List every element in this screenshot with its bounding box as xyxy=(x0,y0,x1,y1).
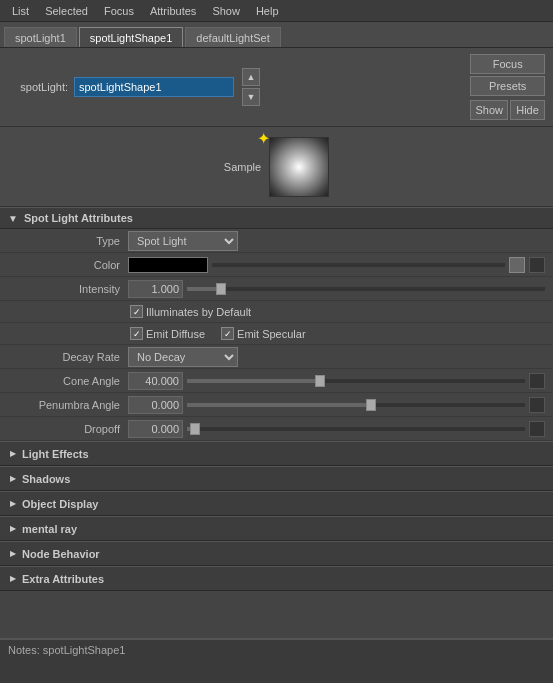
section-arrow-icon: ▼ xyxy=(8,213,18,224)
shadows-arrow-icon: ▶ xyxy=(10,474,16,483)
type-label: Type xyxy=(8,235,128,247)
dropoff-label: Dropoff xyxy=(8,423,128,435)
menu-bar: List Selected Focus Attributes Show Help xyxy=(0,0,553,22)
color-slider-track[interactable] xyxy=(212,263,505,267)
type-dropdown[interactable]: Spot Light xyxy=(128,231,238,251)
color-swatch[interactable] xyxy=(128,257,208,273)
hide-button[interactable]: Hide xyxy=(510,100,545,120)
menu-attributes[interactable]: Attributes xyxy=(142,3,204,19)
color-label: Color xyxy=(8,259,128,271)
emit-diffuse-item[interactable]: Emit Diffuse xyxy=(130,327,205,340)
color-row: Color xyxy=(0,253,553,277)
penumbra-icon[interactable] xyxy=(529,397,545,413)
dropoff-value xyxy=(128,420,545,438)
shadows-header[interactable]: ▶ Shadows xyxy=(0,467,553,491)
spotlight-attributes-header[interactable]: ▼ Spot Light Attributes xyxy=(0,207,553,229)
decay-dropdown[interactable]: No Decay xyxy=(128,347,238,367)
sample-area: Sample ✦ xyxy=(0,127,553,207)
dropoff-track[interactable] xyxy=(187,427,525,431)
extra-attributes-arrow-icon: ▶ xyxy=(10,574,16,583)
cone-angle-label: Cone Angle xyxy=(8,375,128,387)
emit-row: Emit Diffuse Emit Specular xyxy=(0,323,553,345)
color-icon-1[interactable] xyxy=(509,257,525,273)
object-display-label: Object Display xyxy=(22,498,98,510)
cone-angle-track[interactable] xyxy=(187,379,525,383)
spotlight-attributes-title: Spot Light Attributes xyxy=(24,212,133,224)
dropoff-input[interactable] xyxy=(128,420,183,438)
spotlight-input[interactable] xyxy=(74,77,234,97)
sample-star-icon: ✦ xyxy=(257,129,270,148)
intensity-input[interactable] xyxy=(128,280,183,298)
show-button[interactable]: Show xyxy=(470,100,508,120)
extra-attributes-section: ▶ Extra Attributes xyxy=(0,566,553,591)
presets-button[interactable]: Presets xyxy=(470,76,545,96)
penumbra-input[interactable] xyxy=(128,396,183,414)
header-area: spotLight: ▲ ▼ Focus Presets Show Hide xyxy=(0,48,553,127)
menu-list[interactable]: List xyxy=(4,3,37,19)
intensity-row: Intensity xyxy=(0,277,553,301)
arrow-buttons: ▲ ▼ xyxy=(242,68,260,106)
mental-ray-label: mental ray xyxy=(22,523,77,535)
scroll-area[interactable]: ▼ Spot Light Attributes Type Spot Light … xyxy=(0,207,553,638)
mental-ray-header[interactable]: ▶ mental ray xyxy=(0,517,553,541)
node-behavior-arrow-icon: ▶ xyxy=(10,549,16,558)
cone-angle-input[interactable] xyxy=(128,372,183,390)
illuminates-checkbox[interactable] xyxy=(130,305,143,318)
shadows-section: ▶ Shadows xyxy=(0,466,553,491)
penumbra-thumb[interactable] xyxy=(366,399,376,411)
focus-button[interactable]: Focus xyxy=(470,54,545,74)
color-value xyxy=(128,257,545,273)
intensity-thumb[interactable] xyxy=(216,283,226,295)
color-icon-2[interactable] xyxy=(529,257,545,273)
node-behavior-label: Node Behavior xyxy=(22,548,100,560)
notes-text: Notes: spotLightShape1 xyxy=(8,644,125,656)
shadows-label: Shadows xyxy=(22,473,70,485)
menu-show[interactable]: Show xyxy=(204,3,248,19)
emit-specular-checkbox[interactable] xyxy=(221,327,234,340)
decay-row: Decay Rate No Decay xyxy=(0,345,553,369)
decay-label: Decay Rate xyxy=(8,351,128,363)
illuminates-checkbox-item[interactable]: Illuminates by Default xyxy=(130,305,251,318)
action-buttons: Focus Presets Show Hide xyxy=(470,54,545,120)
object-display-arrow-icon: ▶ xyxy=(10,499,16,508)
intensity-slider xyxy=(128,280,545,298)
decay-value: No Decay xyxy=(128,347,545,367)
type-value: Spot Light xyxy=(128,231,545,251)
penumbra-value xyxy=(128,396,545,414)
cone-angle-value xyxy=(128,372,545,390)
extra-attributes-header[interactable]: ▶ Extra Attributes xyxy=(0,567,553,591)
penumbra-slider xyxy=(128,396,545,414)
sample-preview[interactable] xyxy=(269,137,329,197)
cone-angle-icon[interactable] xyxy=(529,373,545,389)
emit-specular-label: Emit Specular xyxy=(237,328,305,340)
tab-defaultlightset[interactable]: defaultLightSet xyxy=(185,27,280,47)
menu-help[interactable]: Help xyxy=(248,3,287,19)
illuminates-row: Illuminates by Default xyxy=(0,301,553,323)
penumbra-track[interactable] xyxy=(187,403,525,407)
menu-focus[interactable]: Focus xyxy=(96,3,142,19)
menu-selected[interactable]: Selected xyxy=(37,3,96,19)
sample-row: Sample ✦ xyxy=(224,137,329,197)
intensity-label: Intensity xyxy=(8,283,128,295)
dropoff-slider xyxy=(128,420,545,438)
emit-diffuse-checkbox[interactable] xyxy=(130,327,143,340)
light-effects-header[interactable]: ▶ Light Effects xyxy=(0,442,553,466)
arrow-down-btn[interactable]: ▼ xyxy=(242,88,260,106)
emit-diffuse-label: Emit Diffuse xyxy=(146,328,205,340)
arrow-up-btn[interactable]: ▲ xyxy=(242,68,260,86)
node-behavior-header[interactable]: ▶ Node Behavior xyxy=(0,542,553,566)
tab-spotlight1[interactable]: spotLight1 xyxy=(4,27,77,47)
mental-ray-arrow-icon: ▶ xyxy=(10,524,16,533)
cone-angle-thumb[interactable] xyxy=(315,375,325,387)
object-display-header[interactable]: ▶ Object Display xyxy=(0,492,553,516)
intensity-track[interactable] xyxy=(187,287,545,291)
dropoff-thumb[interactable] xyxy=(190,423,200,435)
tab-spotlightshape1[interactable]: spotLightShape1 xyxy=(79,27,184,47)
sample-preview-container: ✦ xyxy=(269,137,329,197)
illuminates-label: Illuminates by Default xyxy=(146,306,251,318)
light-effects-label: Light Effects xyxy=(22,448,89,460)
light-effects-section: ▶ Light Effects xyxy=(0,441,553,466)
node-behavior-section: ▶ Node Behavior xyxy=(0,541,553,566)
dropoff-icon[interactable] xyxy=(529,421,545,437)
emit-specular-item[interactable]: Emit Specular xyxy=(221,327,305,340)
